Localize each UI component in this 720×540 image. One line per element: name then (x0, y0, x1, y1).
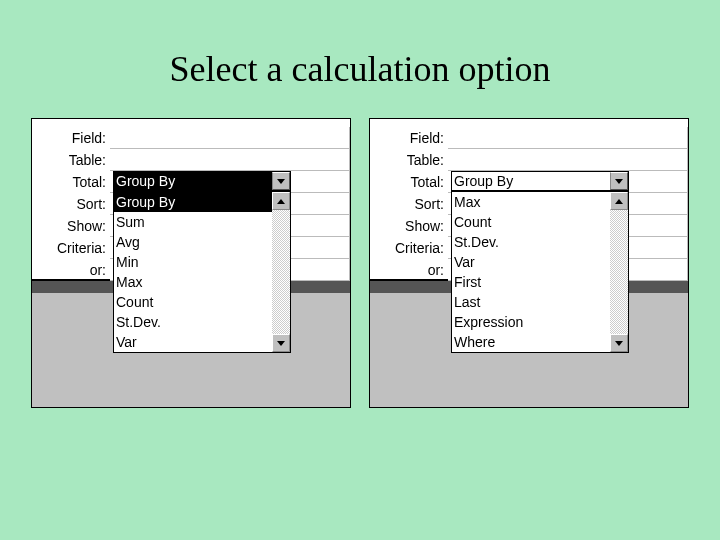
row-labels: Field: Table: Total: Sort: Show: Criteri… (32, 127, 110, 281)
total-dropdown[interactable]: Group By Sum Avg Min Max Count St.Dev. V… (113, 191, 291, 353)
chevron-down-icon (277, 341, 285, 346)
scroll-down-button[interactable] (272, 334, 290, 352)
dropdown-scrollbar[interactable] (272, 192, 290, 352)
combo-value: Group By (452, 172, 610, 190)
option-stdev[interactable]: St.Dev. (452, 232, 610, 252)
option-sum[interactable]: Sum (114, 212, 272, 232)
scroll-up-button[interactable] (272, 192, 290, 210)
scroll-down-button[interactable] (610, 334, 628, 352)
option-count[interactable]: Count (114, 292, 272, 312)
row-label-sort: Sort: (32, 193, 110, 215)
option-max[interactable]: Max (114, 272, 272, 292)
row-label-sort: Sort: (370, 193, 448, 215)
option-first[interactable]: First (452, 272, 610, 292)
scroll-track[interactable] (610, 210, 628, 334)
row-labels: Field: Table: Total: Sort: Show: Criteri… (370, 127, 448, 281)
scroll-up-button[interactable] (610, 192, 628, 210)
dropdown-list: Max Count St.Dev. Var First Last Express… (452, 192, 610, 352)
option-var[interactable]: Var (114, 332, 272, 352)
scroll-track[interactable] (272, 210, 290, 334)
total-combo[interactable]: Group By (451, 171, 629, 191)
query-panel-left: Field: Table: Total: Sort: Show: Criteri… (31, 118, 351, 408)
row-label-or: or: (32, 259, 110, 281)
row-label-field: Field: (32, 127, 110, 149)
option-count[interactable]: Count (452, 212, 610, 232)
row-label-show: Show: (32, 215, 110, 237)
row-label-table: Table: (32, 149, 110, 171)
dropdown-scrollbar[interactable] (610, 192, 628, 352)
row-label-total: Total: (32, 171, 110, 193)
chevron-up-icon (615, 199, 623, 204)
chevron-down-icon (615, 179, 623, 184)
combo-dropdown-button[interactable] (272, 172, 290, 190)
slide-title: Select a calculation option (0, 0, 720, 118)
option-stdev[interactable]: St.Dev. (114, 312, 272, 332)
total-dropdown[interactable]: Max Count St.Dev. Var First Last Express… (451, 191, 629, 353)
dropdown-list: Group By Sum Avg Min Max Count St.Dev. V… (114, 192, 272, 352)
option-max[interactable]: Max (452, 192, 610, 212)
option-min[interactable]: Min (114, 252, 272, 272)
combo-dropdown-button[interactable] (610, 172, 628, 190)
row-label-or: or: (370, 259, 448, 281)
total-combo[interactable]: Group By (113, 171, 291, 191)
chevron-down-icon (277, 179, 285, 184)
option-group-by[interactable]: Group By (114, 192, 272, 212)
row-label-field: Field: (370, 127, 448, 149)
row-label-criteria: Criteria: (370, 237, 448, 259)
option-var[interactable]: Var (452, 252, 610, 272)
chevron-up-icon (277, 199, 285, 204)
query-panel-right: Field: Table: Total: Sort: Show: Criteri… (369, 118, 689, 408)
option-last[interactable]: Last (452, 292, 610, 312)
panels-container: Field: Table: Total: Sort: Show: Criteri… (0, 118, 720, 408)
option-expression[interactable]: Expression (452, 312, 610, 332)
option-avg[interactable]: Avg (114, 232, 272, 252)
row-label-show: Show: (370, 215, 448, 237)
combo-value: Group By (114, 172, 272, 190)
chevron-down-icon (615, 341, 623, 346)
row-label-criteria: Criteria: (32, 237, 110, 259)
row-label-table: Table: (370, 149, 448, 171)
row-label-total: Total: (370, 171, 448, 193)
option-where[interactable]: Where (452, 332, 610, 352)
